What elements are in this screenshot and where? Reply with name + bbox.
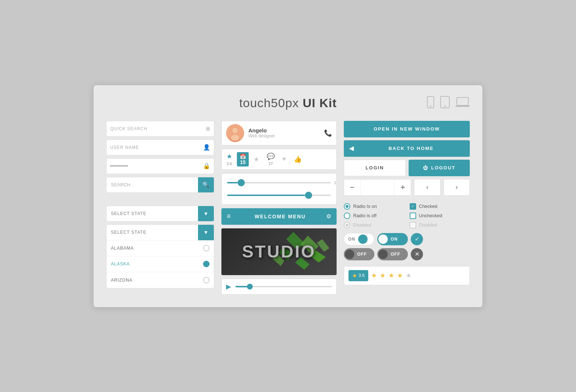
list-item[interactable]: ARIZONA — [107, 272, 214, 288]
radio-on-circle[interactable] — [344, 203, 350, 210]
radio-off-circle[interactable] — [344, 213, 350, 219]
content-grid: ⊗ 👤 🔒 🔍 SELECT STATE ▼ SELECT S — [106, 121, 470, 295]
video-text: STUDIO — [242, 242, 316, 261]
toggle-off-knob-1 — [345, 250, 354, 259]
username-field[interactable]: 👤 — [106, 140, 214, 155]
radio-check-section: Radio Is on ✓ Checked Radio is off Unche… — [344, 201, 470, 230]
password-field[interactable]: 🔒 — [106, 158, 214, 174]
alabama-radio[interactable] — [203, 245, 210, 251]
list-item[interactable]: ALABAMA — [107, 241, 214, 256]
slider-1-thumb[interactable] — [238, 179, 245, 186]
radio-disabled-circle — [344, 222, 350, 228]
select-state-dropdown[interactable]: SELECT STATE ▼ — [106, 206, 214, 222]
svg-point-1 — [430, 105, 431, 107]
next-button[interactable]: › — [444, 179, 470, 196]
star-icon: ★ — [226, 152, 232, 160]
bookmark-stat: ★ — [251, 155, 262, 163]
toggle-on-white[interactable]: ON — [344, 233, 374, 245]
prev-button[interactable]: ‹ — [414, 179, 440, 196]
login-button[interactable]: LOGIN — [344, 160, 406, 176]
unchecked-item[interactable]: Unchecked — [410, 213, 470, 219]
audio-track[interactable] — [235, 286, 332, 287]
sliders-section: 1 — [221, 173, 337, 205]
star-4[interactable]: ★ — [397, 272, 403, 279]
star-rating-badge: ★ 3.6 — [348, 270, 368, 281]
search-input[interactable] — [107, 182, 198, 187]
logout-text: LOGOUT — [431, 165, 456, 170]
logout-button[interactable]: ⏻ LOGOUT — [409, 160, 470, 176]
stats-row: ★ 3.6 📅 15 ★ 💬 27 ♥ 👍 — [221, 149, 337, 170]
checked-item[interactable]: ✓ Checked — [410, 203, 470, 210]
calendar-num: 15 — [240, 159, 246, 165]
device-icons — [427, 96, 470, 110]
slider-2[interactable] — [227, 192, 331, 199]
radio-off-label: Radio is off — [353, 213, 377, 218]
quick-search-field[interactable]: ⊗ — [106, 121, 214, 137]
radio-on-label: Radio Is on — [353, 204, 377, 209]
audio-player: ▶ — [221, 279, 337, 295]
dropdown-header-label: SELECT STATE — [107, 230, 198, 235]
welcome-menu-text: WELCOME MENU — [234, 214, 326, 219]
checked-label: Checked — [419, 204, 437, 209]
star-3[interactable]: ★ — [388, 272, 394, 279]
toggle-off-label-2: OFF — [388, 252, 403, 257]
heart-icon: ♥ — [282, 155, 286, 163]
phone-icon — [427, 96, 435, 110]
check-disabled-box: ✓ — [410, 222, 416, 228]
radio-on-item[interactable]: Radio Is on — [344, 203, 404, 210]
slider-1-track — [227, 182, 331, 183]
profile-name: Angelo — [248, 127, 324, 133]
alabama-label: ALABAMA — [111, 246, 203, 251]
quick-search-input[interactable] — [110, 126, 206, 131]
star-2[interactable]: ★ — [380, 272, 386, 279]
toggle-on-white-knob — [358, 234, 368, 244]
toggle-check[interactable]: ✓ — [411, 233, 423, 245]
slider-2-thumb[interactable] — [305, 192, 312, 199]
phone-button[interactable]: 📞 — [324, 129, 332, 137]
back-to-home-text: BACK TO HOME — [358, 146, 464, 151]
open-new-window-button[interactable]: OPEN IN NEW WINDOW — [344, 121, 470, 137]
gear-icon[interactable]: ⚙ — [326, 213, 331, 220]
profile-role: Web designer — [248, 133, 324, 138]
decrement-button[interactable]: − — [344, 179, 361, 196]
counter-nav-row: − + ‹ › — [344, 179, 470, 196]
password-input[interactable] — [110, 163, 203, 169]
svg-point-3 — [444, 105, 446, 107]
radio-off-item[interactable]: Radio is off — [344, 213, 404, 219]
page-title: touch50px UI Kit — [239, 96, 337, 110]
dropdown-arrow-icon[interactable]: ▼ — [198, 224, 214, 240]
bookmark-icon: ★ — [253, 155, 259, 163]
messages-count: 27 — [269, 161, 273, 166]
alaska-radio[interactable] — [203, 261, 210, 267]
welcome-menu-bar[interactable]: ≡ WELCOME MENU ⚙ — [221, 208, 337, 225]
laptop-icon — [455, 97, 470, 109]
like-stat: 👍 — [291, 155, 305, 163]
back-to-home-button[interactable]: ◀ BACK TO HOME — [344, 140, 470, 157]
arizona-radio[interactable] — [203, 277, 210, 283]
rating-display: 3.6 — [359, 273, 365, 278]
checked-box[interactable]: ✓ — [410, 203, 416, 210]
audio-thumb[interactable] — [247, 284, 253, 290]
alaska-label: ALASKA — [111, 261, 203, 266]
star-5[interactable]: ★ — [406, 272, 411, 279]
unchecked-box[interactable] — [410, 213, 416, 219]
radio-disabled-label: Disabled — [353, 222, 372, 228]
toggle-on-teal[interactable]: ON — [377, 233, 408, 245]
state-dropdown-list: SELECT STATE ▼ ALABAMA ALASKA ARIZONA — [106, 224, 214, 288]
increment-button[interactable]: + — [394, 179, 411, 196]
calendar-stat[interactable]: 📅 15 — [237, 152, 249, 167]
search-field[interactable]: 🔍 — [106, 177, 214, 193]
slider-1[interactable]: 1 — [227, 179, 331, 186]
toggle-on-teal-knob — [378, 234, 388, 244]
toggle-x[interactable]: ✕ — [411, 248, 423, 260]
list-item[interactable]: ALASKA — [107, 256, 214, 272]
play-button[interactable]: ▶ — [226, 283, 231, 291]
toggle-off-dark-1[interactable]: OFF — [344, 248, 374, 260]
check-disabled-item: ✓ Disabled — [410, 222, 470, 228]
star-1[interactable]: ★ — [371, 272, 377, 279]
select-arrow-icon[interactable]: ▼ — [198, 206, 214, 222]
search-button[interactable]: 🔍 — [198, 177, 214, 193]
toggle-off-knob-2 — [378, 250, 388, 259]
username-input[interactable] — [110, 145, 203, 150]
toggle-off-dark-2[interactable]: OFF — [377, 248, 408, 260]
